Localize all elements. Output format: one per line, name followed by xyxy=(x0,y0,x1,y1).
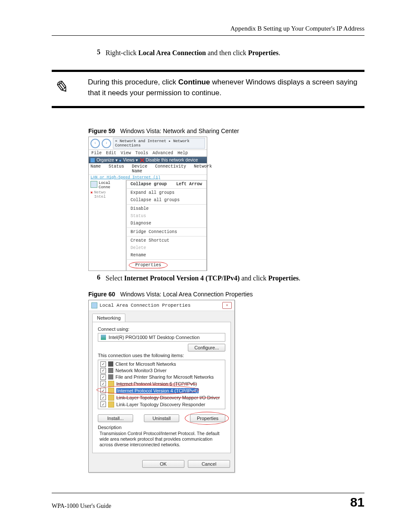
list-item[interactable]: File and Printer Sharing for Microsoft N… xyxy=(98,374,225,380)
client-icon xyxy=(108,361,113,367)
checkbox-icon[interactable] xyxy=(100,368,106,373)
close-icon[interactable]: ✕ xyxy=(222,302,232,309)
footer-rule xyxy=(52,493,364,493)
step-5-number: 5 xyxy=(88,48,100,58)
adapter-icon xyxy=(101,335,106,340)
organize-label: Organize xyxy=(97,158,114,162)
item-fileprint: File and Printer Sharing for Microsoft N… xyxy=(115,374,214,380)
col-network[interactable]: Network xyxy=(194,164,212,174)
ctx-shortcut: Left Arrow xyxy=(176,182,202,187)
page-number: 81 xyxy=(350,495,364,510)
col-status[interactable]: Status xyxy=(109,164,124,174)
fig59-text: Windows Vista: Network and Sharing Cente… xyxy=(120,128,239,134)
step-6-number: 6 xyxy=(88,274,100,283)
cancel-button[interactable]: Cancel xyxy=(188,460,230,468)
note-bar-bottom xyxy=(52,106,364,108)
footer-guide: WPA-1000 User's Guide xyxy=(52,503,111,510)
views-label: Views xyxy=(123,158,135,162)
menu-tools[interactable]: Tools xyxy=(135,151,148,156)
protocol-icon xyxy=(108,381,114,387)
description-text: Transmission Control Protocol/Internet P… xyxy=(98,430,225,448)
checkbox-icon[interactable] xyxy=(100,374,106,380)
configure-button[interactable]: Configure... xyxy=(188,344,225,352)
group-header[interactable]: LAN or High-Speed Internet (1) xyxy=(89,175,207,180)
list-item[interactable]: Link-Layer Topology Discovery Mapper I/O… xyxy=(98,394,225,401)
ctx-diagnose[interactable]: Diagnose xyxy=(126,220,206,227)
step6-mid: and click xyxy=(240,274,268,282)
checkbox-icon[interactable] xyxy=(100,361,106,367)
uninstall-button[interactable]: Uninstall xyxy=(144,414,179,422)
ctx-status: Status xyxy=(126,212,206,220)
note-block: ✎ During this procedure, click Continue … xyxy=(52,70,364,108)
header-rule xyxy=(52,35,364,36)
network-icon xyxy=(90,181,97,188)
ctx-disable[interactable]: Disable xyxy=(126,205,206,212)
description-label: Description xyxy=(98,425,225,430)
items-label: This connection uses the following items… xyxy=(98,353,225,358)
protocol-icon xyxy=(108,401,114,408)
list-item[interactable]: Link-Layer Topology Discovery Responder xyxy=(98,401,225,408)
ctx-shortcut-create[interactable]: Create Shortcut xyxy=(126,237,206,244)
organize-button[interactable]: Organize ▾ xyxy=(97,158,118,162)
ctx-properties-highlight: Properties xyxy=(129,262,168,268)
step6-post: . xyxy=(299,274,300,282)
checkbox-icon[interactable] xyxy=(100,401,106,407)
menu-view[interactable]: View xyxy=(121,151,131,156)
item-client: Client for Microsoft Networks xyxy=(115,361,176,367)
step5-mid: and then click xyxy=(206,49,248,56)
step-5: 5 Right-click Local Area Connection and … xyxy=(88,48,364,58)
fig59-label: Figure 59 xyxy=(88,128,115,134)
network-x-icon: ✖ xyxy=(90,190,93,195)
step-6-text: Select Internet Protocol Version 4 (TCP/… xyxy=(106,274,364,283)
col-name[interactable]: Name xyxy=(90,164,101,174)
list-item[interactable]: Network Monitor3 Driver xyxy=(98,367,225,374)
menu-help[interactable]: Help xyxy=(177,151,188,156)
dialog-title: Local Area Connection Properties xyxy=(100,303,190,308)
properties-highlight-oval xyxy=(185,412,229,425)
ctx-delete: Delete xyxy=(126,244,206,252)
disable-icon xyxy=(140,158,144,162)
menu-advanced[interactable]: Advanced xyxy=(153,151,173,156)
fig60-text: Windows Vista: Local Area Connection Pro… xyxy=(120,291,253,298)
service-icon xyxy=(108,374,113,380)
note-pencil-icon: ✎ xyxy=(52,77,79,98)
item-lltd-responder: Link-Layer Topology Discovery Responder xyxy=(116,402,205,407)
step6-b2: Properties xyxy=(268,274,299,282)
nav-back-icon[interactable]: ‹ xyxy=(90,139,100,148)
views-button[interactable]: Views ▾ xyxy=(123,158,138,162)
note-pre: During this procedure, click xyxy=(88,78,178,86)
ctx-bridge[interactable]: Bridge Connections xyxy=(126,228,206,236)
col-conn[interactable]: Connectivity xyxy=(155,164,186,174)
note-bold: Continue xyxy=(178,78,210,86)
list-item[interactable]: Client for Microsoft Networks xyxy=(98,361,225,367)
views-icon xyxy=(119,158,121,162)
context-menu: Collapse group Left Arrow Expand all gro… xyxy=(126,180,207,271)
col-device[interactable]: Device Name xyxy=(132,164,147,174)
nav-forward-icon[interactable]: › xyxy=(102,139,111,148)
connection-item[interactable]: Local Conne ✖ Netwo Intel xyxy=(89,180,126,271)
item-monitor: Network Monitor3 Driver xyxy=(115,368,167,373)
ctx-properties[interactable]: Properties xyxy=(135,263,161,268)
ok-button[interactable]: OK xyxy=(142,460,184,468)
step5-b2: Properties xyxy=(248,49,279,56)
ctx-collapse-label: Collapse group xyxy=(131,182,167,187)
ctx-rename[interactable]: Rename xyxy=(126,252,206,259)
checkbox-icon[interactable] xyxy=(100,395,106,400)
organize-icon xyxy=(90,158,95,162)
dialog-icon xyxy=(91,302,97,308)
install-button[interactable]: Install... xyxy=(98,414,133,422)
ctx-collapse-group[interactable]: Collapse group Left Arrow xyxy=(126,180,206,188)
step5-pre: Right-click xyxy=(106,49,138,56)
conn-line1: Local xyxy=(99,181,110,185)
menu-file[interactable]: File xyxy=(91,151,102,156)
menu-edit[interactable]: Edit xyxy=(106,151,116,156)
note-text: During this procedure, click Continue wh… xyxy=(79,77,364,98)
tab-networking[interactable]: Networking xyxy=(92,314,125,322)
ctx-collapse-all[interactable]: Collapse all groups xyxy=(126,196,206,204)
ctx-expand-all[interactable]: Expand all groups xyxy=(126,189,206,196)
service-icon xyxy=(108,368,113,373)
disable-network-button[interactable]: Disable this network device xyxy=(146,158,198,162)
step5-post: . xyxy=(279,49,280,56)
address-bar[interactable]: « Network and Internet ▸ Network Connect… xyxy=(113,138,205,149)
checkbox-icon[interactable] xyxy=(100,381,106,386)
